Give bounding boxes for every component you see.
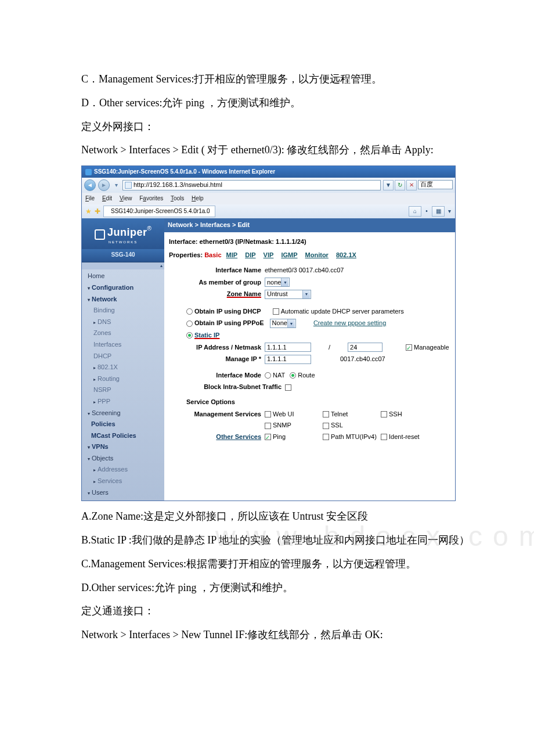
- search-box[interactable]: 百度: [418, 180, 453, 189]
- tab-dip[interactable]: DIP: [245, 251, 255, 258]
- properties-label: Properties:: [169, 251, 203, 258]
- para-c: C．Management Services:打开相应的管理服务，以方便远程管理。: [81, 71, 476, 88]
- label-nat: NAT: [273, 370, 285, 381]
- address-dropdown[interactable]: ▼: [383, 180, 394, 190]
- nav-home[interactable]: Home: [82, 271, 164, 282]
- tab-8021x[interactable]: 802.1X: [336, 251, 356, 258]
- label-interface-mode: Interface Mode: [169, 370, 265, 381]
- feeds-button[interactable]: ▦: [432, 206, 445, 217]
- home-button[interactable]: ⌂: [409, 206, 421, 217]
- nav-nsrp[interactable]: NSRP: [82, 384, 164, 396]
- check-ssl[interactable]: [323, 423, 329, 429]
- browser-window: SSG140:Juniper-ScreenOS 5.4.0r1a.0 - Win…: [81, 165, 456, 501]
- toolbar-more[interactable]: ▾: [447, 206, 452, 217]
- menu-favorites[interactable]: Favorites: [139, 195, 163, 201]
- nav-vpns[interactable]: VPNs: [82, 441, 164, 453]
- forward-button[interactable]: ►: [98, 179, 110, 191]
- menu-tools[interactable]: Tools: [171, 195, 184, 201]
- label-zone-name: Zone Name: [169, 289, 265, 300]
- tab-monitor[interactable]: Monitor: [305, 251, 329, 258]
- nav-dns[interactable]: DNS: [82, 316, 164, 328]
- radio-static-ip[interactable]: [186, 332, 193, 339]
- select-zone-name[interactable]: Untrust: [265, 290, 311, 299]
- para-3: 定义外网接口：: [81, 118, 476, 135]
- nav-objects[interactable]: Objects: [82, 453, 164, 465]
- check-manageable[interactable]: [406, 344, 412, 351]
- input-manage-ip[interactable]: 1.1.1.1: [265, 355, 311, 364]
- menu-file[interactable]: File: [85, 195, 95, 201]
- juniper-logo: Juniper® NETWORKS: [82, 218, 164, 249]
- sep-slash: /: [311, 343, 348, 353]
- check-telnet[interactable]: [323, 411, 329, 417]
- link-new-pppoe[interactable]: Create new pppoe setting: [313, 318, 386, 329]
- add-favorite-icon[interactable]: ✚: [95, 206, 100, 217]
- heading-service-options: Service Options: [186, 397, 450, 408]
- input-ip[interactable]: 1.1.1.1: [265, 343, 311, 352]
- menu-bar[interactable]: File Edit View Favorites Tools Help: [82, 193, 455, 204]
- tab-title: SSG140:Juniper-ScreenOS 5.4.0r1a.0: [111, 207, 210, 216]
- radio-route[interactable]: [290, 372, 296, 379]
- nav-users[interactable]: Users: [82, 487, 164, 499]
- menu-view[interactable]: View: [120, 195, 132, 201]
- label-webui: Web UI: [273, 411, 294, 417]
- nav-policies[interactable]: Policies: [82, 419, 164, 430]
- address-bar-row: ◄ ► ▾ http://192.168.1.3/nswebui.html ▼ …: [82, 178, 455, 193]
- nav-addresses[interactable]: Addresses: [82, 464, 164, 476]
- radio-dhcp[interactable]: [186, 308, 193, 315]
- stop-button[interactable]: ✕: [406, 180, 417, 190]
- radio-nat[interactable]: [265, 372, 271, 379]
- select-pppoe[interactable]: None: [270, 319, 296, 328]
- value-interface-name: ethernet0/3 0017.cb40.cc07: [265, 265, 344, 276]
- select-member-group[interactable]: none: [265, 278, 290, 287]
- radio-pppoe[interactable]: [186, 321, 193, 327]
- nav-8021x[interactable]: 802.1X: [82, 362, 164, 373]
- check-snmp[interactable]: [265, 423, 271, 429]
- check-ping[interactable]: [265, 434, 271, 440]
- label-ssh: SSH: [389, 411, 402, 417]
- menu-edit[interactable]: Edit: [102, 195, 112, 201]
- nav-interfaces[interactable]: Interfaces: [82, 339, 164, 351]
- check-ident-reset[interactable]: [381, 434, 387, 440]
- nav-screening[interactable]: Screening: [82, 408, 164, 419]
- label-ip-netmask: IP Address / Netmask: [169, 343, 265, 353]
- logo-icon: [95, 229, 105, 240]
- input-netmask[interactable]: 24: [348, 343, 383, 352]
- tab-basic[interactable]: Basic: [204, 251, 221, 258]
- label-mgmt-services: Management Services: [169, 409, 265, 420]
- nav-dhcp[interactable]: DHCP: [82, 351, 164, 362]
- check-pmtu[interactable]: [323, 434, 329, 440]
- ie-icon: [85, 169, 92, 175]
- tab-vip[interactable]: VIP: [264, 251, 274, 258]
- check-ssh[interactable]: [381, 411, 387, 417]
- logo-subtext: NETWORKS: [84, 240, 162, 246]
- check-block-intra[interactable]: [285, 384, 291, 391]
- back-button[interactable]: ◄: [84, 179, 96, 191]
- interface-title: Interface: ethernet0/3 (IP/Netmask: 1.1.…: [169, 237, 450, 247]
- check-webui[interactable]: [265, 411, 271, 417]
- window-title: SSG140:Juniper-ScreenOS 5.4.0r1a.0 - Win…: [94, 167, 275, 177]
- para-d2: D.Other services:允许 ping ，方便测试和维护。: [81, 579, 476, 596]
- label-ssl: SSL: [331, 422, 343, 429]
- sidebar-scroll-up[interactable]: ▴: [82, 262, 164, 270]
- favorites-star-icon[interactable]: ★: [85, 206, 92, 217]
- nav-history-dropdown[interactable]: ▾: [112, 180, 120, 190]
- address-input[interactable]: http://192.168.1.3/nswebui.html: [122, 180, 381, 190]
- label-manageable: Manageable: [414, 343, 449, 353]
- check-auto-update[interactable]: [273, 308, 279, 315]
- menu-help[interactable]: Help: [192, 195, 204, 201]
- nav-ppp[interactable]: PPP: [82, 396, 164, 408]
- label-route: Route: [298, 370, 315, 381]
- refresh-button[interactable]: ↻: [395, 180, 405, 190]
- para-4: Network > Interfaces > Edit ( 对于 etherne…: [81, 142, 476, 159]
- nav-mcast-policies[interactable]: MCast Policies: [82, 430, 164, 442]
- nav-zones[interactable]: Zones: [82, 327, 164, 339]
- nav-routing[interactable]: Routing: [82, 373, 164, 385]
- tab-igmp[interactable]: IGMP: [281, 251, 297, 258]
- nav-services[interactable]: Services: [82, 476, 164, 487]
- nav-network[interactable]: Network: [82, 294, 164, 305]
- nav-binding[interactable]: Binding: [82, 305, 164, 316]
- device-model: SSG-140: [82, 249, 164, 262]
- tab-mip[interactable]: MIP: [226, 251, 238, 258]
- browser-tab[interactable]: SSG140:Juniper-ScreenOS 5.4.0r1a.0: [103, 206, 215, 217]
- nav-configuration[interactable]: Configuration: [82, 282, 164, 294]
